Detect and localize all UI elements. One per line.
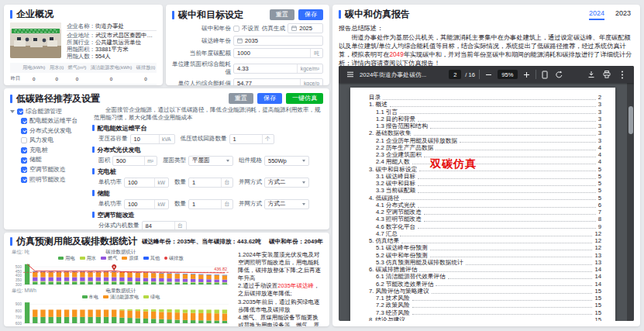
tree-item-充电桩[interactable]: 充电桩 — [10, 146, 92, 156]
item-checkbox[interactable] — [21, 157, 27, 164]
legend-item-碳排放[interactable]: 碳排放 — [164, 255, 184, 260]
toc-entry[interactable]: 1.2 目的和背景3 — [369, 116, 601, 122]
download-icon[interactable] — [587, 70, 597, 80]
panel-title: 低碳路径推荐及设置 — [10, 94, 100, 104]
rotate-ccw-icon[interactable] — [554, 70, 564, 80]
toc-entry[interactable]: 8. 结论与建议15 — [369, 316, 601, 321]
legend-item-用电[interactable]: 用电 — [58, 255, 74, 260]
toc-entry[interactable]: 1. 概述3 — [369, 101, 601, 108]
item-checkbox[interactable] — [21, 147, 27, 153]
save-button[interactable]: 保存 — [257, 93, 282, 104]
toc-entry[interactable]: 4.1 分布式光伏6 — [369, 202, 601, 209]
toc-entry[interactable]: 4.7 汇总12 — [369, 230, 601, 237]
item-checkbox[interactable] — [21, 118, 27, 124]
toc-entry[interactable]: 7.2 政策风险15 — [369, 302, 601, 309]
toc-entry[interactable]: 4. 低碳路径5 — [369, 195, 601, 202]
toc-entry[interactable]: 7.1 技术风险15 — [369, 295, 601, 302]
toc-entry[interactable]: 3.1 碳达峰目标5 — [369, 173, 601, 180]
toc-entry[interactable]: 5.3 仿真预测用能及碳排数据统计13 — [369, 259, 601, 266]
field-select[interactable]: 550Wp — [264, 156, 309, 166]
toc-entry[interactable]: 3.3 当前碳配额5 — [369, 187, 601, 194]
tab-2024[interactable]: 2024 — [589, 9, 604, 20]
item-checkbox[interactable] — [21, 167, 27, 173]
tree-item-储能[interactable]: 储能 — [10, 155, 92, 165]
area-energy-input[interactable]: 4.33 kgce/m² — [233, 64, 323, 74]
path-section-fields: 变压器容量10kVA低压馈线回路数量1个 — [92, 134, 323, 144]
cell-value: 0 — [46, 73, 67, 83]
toc-entry[interactable]: 2.4 用能人数4 — [369, 158, 601, 165]
toc-entry[interactable]: 目录2 — [369, 94, 601, 101]
neutral-year-input[interactable]: 2025 — [288, 23, 323, 33]
fit-page-icon[interactable] — [540, 70, 550, 80]
menu-icon[interactable] — [345, 70, 355, 80]
kebab-menu-icon[interactable] — [618, 70, 628, 80]
tab-2023[interactable]: 2023 — [615, 9, 631, 20]
caret-down-icon[interactable] — [10, 110, 15, 113]
toc-entry[interactable]: 4.3 照明节能改造8 — [369, 215, 601, 222]
toc-entry[interactable]: 4.6 数字化平台9 — [369, 223, 601, 230]
field-input[interactable]: 100kW — [124, 199, 169, 209]
toc-entry[interactable]: 1.3 报告范围和结构3 — [369, 122, 601, 129]
print-icon[interactable] — [602, 70, 612, 80]
toc-entry[interactable]: 5. 仿真结果12 — [369, 237, 601, 244]
parent-checkbox[interactable] — [17, 109, 23, 115]
toc-page-number: 3 — [598, 101, 601, 108]
field-select[interactable]: 方式二 — [264, 178, 309, 188]
toc-entry[interactable]: 3. 碳中和目标设定5 — [369, 166, 601, 173]
field-input[interactable]: 100kW — [124, 178, 169, 188]
calendar-icon — [237, 38, 243, 43]
plus-icon[interactable] — [522, 70, 532, 80]
field-input[interactable]: 1台 — [188, 199, 233, 209]
field-input[interactable]: 500m² — [112, 156, 157, 166]
toc-entry[interactable]: 6. 碳减排措施评估14 — [369, 266, 601, 273]
legend-item-用水[interactable]: 用水 — [80, 255, 96, 260]
item-checkbox[interactable] — [21, 128, 27, 134]
save-button[interactable]: 保存 — [298, 9, 323, 20]
legend-item-燃气[interactable]: 燃气 — [101, 255, 117, 260]
toc-entry[interactable]: 5.1 碳达峰年份预测12 — [369, 244, 601, 251]
reset-button[interactable]: 重置 — [270, 9, 294, 20]
one-click-simulate-button[interactable]: 一键仿真 — [286, 93, 323, 104]
legend-item-清洁能源发电[interactable]: 清洁能源发电 — [103, 294, 139, 299]
legend-item-绿电[interactable]: 绿电 — [143, 294, 160, 299]
minus-icon[interactable] — [484, 70, 494, 80]
tree-parent-item[interactable]: 综合能源管理 — [10, 106, 92, 116]
toc-entry[interactable]: 6.2 节能改造效果评估14 — [369, 281, 601, 288]
legend-item-原煤[interactable]: 原煤 — [122, 255, 138, 260]
page-number-input[interactable]: 2 — [449, 70, 461, 79]
toc-entry[interactable]: 4.2 空调节能改造7 — [369, 209, 601, 215]
quota-input[interactable]: 1000 吨 — [233, 48, 323, 58]
field-select[interactable]: 平屋面 — [188, 156, 233, 166]
toc-entry[interactable]: 5.2 碳中和年份预测13 — [369, 252, 601, 259]
reset-button[interactable]: 重置 — [229, 93, 253, 104]
tree-item-空调节能改造[interactable]: 空调节能改造 — [10, 165, 92, 175]
zoom-level[interactable]: 95% — [498, 70, 518, 79]
tree-item-分布式光伏发电[interactable]: 分布式光伏发电 — [10, 126, 92, 136]
toc-entry[interactable]: 2.3 企业建筑面积4 — [369, 151, 601, 158]
toc-entry[interactable]: 6.1 清洁能源替代效果评估14 — [369, 273, 601, 280]
field-input[interactable]: 10kVA — [130, 134, 175, 144]
tree-item-风力发电[interactable]: 风力发电 — [10, 136, 92, 146]
toc-entry[interactable]: 2. 基础数据收集3 — [369, 129, 601, 136]
legend-item-其他[interactable]: 其他 — [143, 255, 160, 260]
field-select[interactable]: 方式二 — [264, 199, 309, 209]
scrollbar-thumb[interactable] — [629, 106, 633, 134]
legend-item-市电[interactable]: 市电 — [82, 294, 98, 299]
toc-entry[interactable]: 7. 风险评估与策略建议15 — [369, 288, 601, 295]
field-input[interactable]: 1个 — [229, 134, 274, 144]
field-input[interactable]: 84台 — [142, 221, 187, 229]
toc-entry[interactable]: 2.1 企业历年用能及碳排放数据3 — [369, 137, 601, 144]
capita-energy-input[interactable]: 54.77 kgce/p — [233, 78, 323, 85]
pdf-scrollbar[interactable] — [627, 83, 634, 321]
toc-entry[interactable]: 7.3 经济风险15 — [369, 309, 601, 316]
item-checkbox[interactable] — [21, 177, 27, 183]
toc-entry[interactable]: 2.2 历年生产产品数据4 — [369, 144, 601, 151]
toc-entry[interactable]: 3.2 碳中和目标5 — [369, 180, 601, 187]
peak-year-input[interactable]: 2035 — [233, 36, 323, 46]
item-checkbox[interactable] — [21, 137, 27, 143]
tree-item-照明节能改造[interactable]: 照明节能改造 — [10, 175, 92, 185]
field-input[interactable]: 1台 — [188, 178, 233, 188]
tree-item-配电能效运维平台[interactable]: 配电能效运维平台 — [10, 116, 92, 126]
not-set-checkbox[interactable] — [233, 26, 239, 32]
toc-entry[interactable]: 1.1 引言3 — [369, 109, 601, 116]
